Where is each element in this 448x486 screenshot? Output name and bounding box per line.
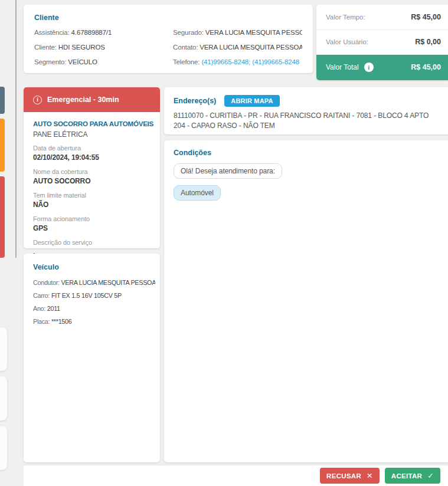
urgency-banner-label: Emergencial - 30min bbox=[47, 96, 119, 104]
vehicle-card-title: Veículo bbox=[33, 263, 155, 271]
valor-total-label: Valor Total i bbox=[326, 63, 374, 72]
field-carro: Carro: FIT EX 1.5 16V 105CV 5P bbox=[33, 289, 155, 302]
offscreen-card-edge-red[interactable] bbox=[0, 176, 5, 258]
phone-link[interactable]: (41)99665-8248; (41)99665-8248 bbox=[201, 58, 299, 65]
service-card: i Emergencial - 30min AUTO SOCORRO PARA … bbox=[24, 87, 160, 248]
conditions-card: Condições Olá! Deseja atendimento para: … bbox=[164, 140, 448, 462]
field-telefone: Telefone: (41)99665-8248; (41)99665-8248 bbox=[173, 55, 302, 70]
conditions-card-title: Condições bbox=[174, 149, 439, 157]
offscreen-card-edge-white-2[interactable] bbox=[0, 376, 7, 421]
client-fields: Assistência: 4.67889887/1 Cliente: HDI S… bbox=[34, 25, 302, 70]
field-ano: Ano: 2011 bbox=[33, 302, 155, 315]
offscreen-card-edge-slate[interactable] bbox=[0, 87, 5, 114]
client-card-title: Cliente bbox=[34, 14, 302, 22]
info-circle-icon: i bbox=[33, 96, 42, 104]
aceitar-button[interactable]: ACEITAR ✓ bbox=[385, 468, 440, 484]
condition-answer-row: Automóvel bbox=[174, 185, 439, 201]
client-card: Cliente Assistência: 4.67889887/1 Client… bbox=[24, 5, 313, 73]
open-map-button[interactable]: ABRIR MAPA bbox=[224, 95, 279, 107]
service-details: AUTO SOCORRO PARA AUTOMÓVEIS PANE ELÉTRI… bbox=[24, 112, 160, 257]
offscreen-card-edge-orange[interactable] bbox=[0, 119, 5, 172]
service-subtype: PANE ELÉTRICA bbox=[33, 130, 155, 139]
service-name: AUTO SOCORRO PARA AUTOMÓVEIS bbox=[33, 120, 155, 127]
condition-question-row: Olá! Deseja atendimento para: bbox=[174, 163, 439, 179]
field-segurado: Segurado: VERA LUCIA MESQUITA PESSOA bbox=[173, 25, 302, 40]
recusar-button[interactable]: RECUSAR ✕ bbox=[320, 468, 380, 484]
valor-total-value: R$ 45,00 bbox=[411, 63, 441, 71]
field-cliente: Cliente: HDI SEGUROS bbox=[34, 40, 173, 55]
valor-tempo-row: Valor Tempo: R$ 45,00 bbox=[316, 5, 448, 30]
valor-usuario-row: Valor Usuário: R$ 0,00 bbox=[316, 30, 448, 55]
info-icon[interactable]: i bbox=[364, 63, 374, 72]
recusar-button-label: RECUSAR bbox=[326, 472, 361, 480]
action-footer: RECUSAR ✕ ACEITAR ✓ bbox=[24, 465, 448, 486]
aceitar-button-label: ACEITAR bbox=[391, 472, 422, 480]
condition-answer-chip: Automóvel bbox=[174, 185, 221, 201]
address-card: Endereço(s) ABRIR MAPA 81110070 - CURITI… bbox=[164, 87, 448, 134]
field-segmento: Segmento: VEÍCULO bbox=[34, 55, 173, 70]
offscreen-card-edge-white-3[interactable] bbox=[0, 426, 7, 470]
service-detail-limite: Tem limite material NÃO bbox=[33, 192, 155, 209]
vehicle-fields: Condutor: VERA LUCIA MESQUITA PESSOA Car… bbox=[33, 276, 155, 328]
address-header: Endereço(s) ABRIR MAPA bbox=[174, 95, 439, 107]
x-icon: ✕ bbox=[367, 471, 373, 480]
valor-panel: Valor Tempo: R$ 45,00 Valor Usuário: R$ … bbox=[316, 5, 448, 80]
vertical-scrollbar[interactable] bbox=[15, 0, 17, 258]
vehicle-card: Veículo Condutor: VERA LUCIA MESQUITA PE… bbox=[24, 254, 160, 462]
urgency-banner: i Emergencial - 30min bbox=[24, 87, 160, 112]
address-text: 81110070 - CURITIBA - PR - RUA FRANCISCO… bbox=[174, 111, 433, 131]
client-fields-right: Segurado: VERA LUCIA MESQUITA PESSOA Con… bbox=[173, 25, 302, 70]
check-icon: ✓ bbox=[427, 471, 434, 480]
field-contato: Contato: VERA LUCIA MESQUITA PESSOA bbox=[173, 40, 302, 55]
address-card-title: Endereço(s) bbox=[174, 97, 216, 105]
field-placa: Placa: ***1506 bbox=[33, 315, 155, 328]
service-detail-cobertura: Nome da cobertura AUTO SOCORRO bbox=[33, 168, 155, 186]
condition-question-chip: Olá! Deseja atendimento para: bbox=[174, 163, 282, 179]
service-request-screen: Cliente Assistência: 4.67889887/1 Client… bbox=[0, 0, 448, 486]
field-assistencia: Assistência: 4.67889887/1 bbox=[34, 25, 173, 40]
field-condutor: Condutor: VERA LUCIA MESQUITA PESSOA bbox=[33, 276, 155, 289]
client-fields-left: Assistência: 4.67889887/1 Cliente: HDI S… bbox=[34, 25, 173, 70]
service-detail-data-abertura: Data de abertura 02/10/2024, 19:04:55 bbox=[33, 145, 155, 162]
offscreen-card-edge-white-1[interactable] bbox=[0, 327, 7, 371]
service-detail-acionamento: Forma acionamento GPS bbox=[33, 215, 155, 233]
valor-total-row: Valor Total i R$ 45,00 bbox=[316, 55, 448, 80]
